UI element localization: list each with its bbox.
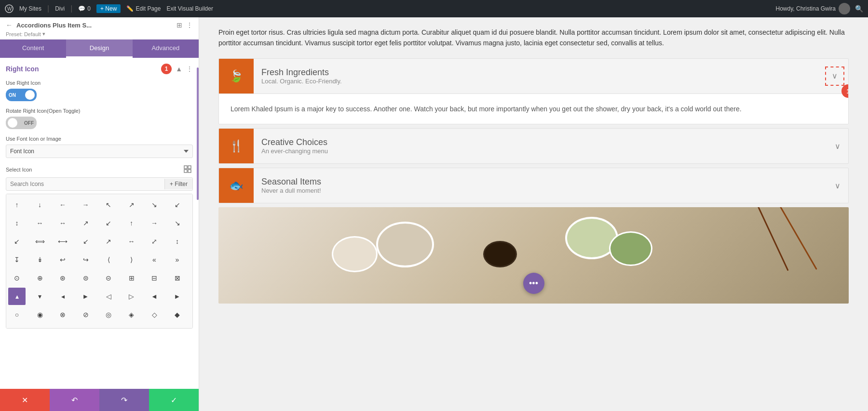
icon-cell[interactable]: ⊘ [77, 306, 95, 323]
icon-cell[interactable]: ↑ [123, 214, 140, 232]
icon-cell[interactable]: ⊙ [8, 269, 26, 287]
icon-cell[interactable]: ⟨ [100, 251, 117, 268]
icon-cell[interactable]: ⊕ [31, 269, 49, 287]
icon-cell[interactable]: ◀ [146, 324, 163, 329]
icon-cell[interactable]: ◎ [31, 324, 49, 329]
icon-cell[interactable]: ⊘ [77, 324, 95, 329]
rotate-icon-toggle[interactable]: OFF [6, 117, 37, 129]
icon-search-input[interactable] [6, 178, 164, 190]
icon-cell[interactable]: ► [123, 324, 140, 329]
icon-cell[interactable]: ↔ [31, 214, 49, 232]
icon-cell[interactable]: « [146, 251, 163, 268]
grid-icon[interactable]: ⊞ [176, 21, 182, 29]
icon-cell[interactable]: ◉ [54, 324, 71, 329]
preset-selector[interactable]: Preset: Default ▾ [6, 31, 193, 37]
icon-cell[interactable]: ↙ [8, 233, 26, 250]
icon-cell[interactable]: ◂ [54, 288, 71, 305]
accordion-subtitle-1: Local. Organic. Eco-Friendly. [261, 78, 817, 85]
icon-cell[interactable]: ↘ [169, 214, 186, 232]
icon-cell[interactable]: ▴ [8, 288, 26, 305]
icon-cell[interactable]: ▻ [8, 324, 26, 329]
floating-action-button[interactable]: ••• [523, 273, 544, 294]
icon-cell[interactable]: ← [54, 196, 71, 213]
icon-cell[interactable]: ↔ [123, 233, 140, 250]
accordion-chevron-2[interactable]: ∨ [827, 142, 848, 151]
accordion-chevron-dotted-1[interactable]: ∨ [825, 66, 844, 86]
icon-cell[interactable]: ◎ [100, 306, 117, 323]
exit-builder-link[interactable]: Exit Visual Builder [166, 5, 213, 12]
icon-cell[interactable]: ⊝ [100, 269, 117, 287]
icon-cell[interactable]: ↘ [146, 196, 163, 213]
icon-cell[interactable]: ↙ [169, 196, 186, 213]
icon-cell[interactable]: ↙ [100, 214, 117, 232]
icon-cell[interactable]: ⊜ [77, 269, 95, 287]
edit-page-link[interactable]: ✏️ Edit Page [126, 5, 161, 12]
save-button[interactable]: ✓ [149, 389, 199, 411]
panel-scrollbar[interactable] [197, 58, 199, 389]
icon-cell[interactable]: ◈ [123, 306, 140, 323]
accordion-chevron-3[interactable]: ∨ [827, 181, 848, 190]
section-chevron-icon[interactable]: ▲ [176, 65, 182, 73]
icon-cell[interactable]: ↓ [31, 196, 49, 213]
cancel-button[interactable]: ✕ [0, 389, 50, 411]
icon-cell[interactable]: ⊠ [169, 269, 186, 287]
icon-cell[interactable]: ◉ [31, 306, 49, 323]
icon-cell[interactable]: ◇ [146, 306, 163, 323]
icon-cell[interactable]: ◁ [100, 288, 117, 305]
wp-logo[interactable]: W [5, 4, 14, 13]
icon-cell[interactable]: ↑ [8, 196, 26, 213]
section-more-icon[interactable]: ⋮ [186, 65, 193, 73]
icon-cell[interactable]: ⟷ [54, 233, 71, 250]
fish-icon: 🐟 [229, 179, 244, 192]
icon-cell[interactable]: ◄ [146, 288, 163, 305]
icon-cell[interactable]: ↡ [31, 251, 49, 268]
redo-button[interactable]: ↷ [99, 389, 149, 411]
use-right-icon-toggle[interactable]: ON [6, 89, 37, 101]
icon-cell[interactable]: ↖ [100, 196, 117, 213]
icon-cell[interactable]: ► [77, 288, 95, 305]
icon-cell[interactable]: ↙ [77, 233, 95, 250]
font-icon-select[interactable]: Font Icon Image [6, 145, 193, 158]
icon-cell[interactable]: » [169, 251, 186, 268]
icon-cell[interactable]: ↪ [77, 251, 95, 268]
comments-count[interactable]: 💬 0 [78, 5, 91, 12]
icon-cell[interactable]: ○ [8, 306, 26, 323]
icon-filter-button[interactable]: + Filter [164, 179, 192, 189]
panel-header: ← Accordions Plus Item S... ⊞ ⋮ Preset: … [0, 17, 199, 40]
icon-cell[interactable]: ↔ [54, 214, 71, 232]
icon-cell[interactable]: ◌ [100, 324, 117, 329]
icon-cell[interactable]: ▷ [123, 288, 140, 305]
icon-cell[interactable]: ⊗ [54, 306, 71, 323]
icon-cell[interactable]: ⟺ [31, 233, 49, 250]
icon-cell[interactable]: ↧ [8, 251, 26, 268]
icon-cell[interactable]: → [146, 214, 163, 232]
more-options-icon[interactable]: ⋮ [186, 21, 193, 29]
icon-cell[interactable]: ⊻ [169, 324, 186, 329]
icon-cell[interactable]: ↗ [77, 214, 95, 232]
tab-advanced[interactable]: Advanced [133, 40, 199, 58]
icon-cell[interactable]: ↗ [123, 196, 140, 213]
search-icon[interactable]: 🔍 [855, 5, 863, 13]
back-icon[interactable]: ← [6, 21, 13, 29]
icon-cell[interactable]: ▾ [31, 288, 49, 305]
icon-cell[interactable]: ⊞ [123, 269, 140, 287]
icon-cell[interactable]: ↩ [54, 251, 71, 268]
icon-cell[interactable]: ↕ [8, 214, 26, 232]
icon-cell[interactable]: ► [169, 288, 186, 305]
icon-cell[interactable]: ⊟ [146, 269, 163, 287]
icon-grid: ↑↓←→↖↗↘↙↕↔↔↗↙↑→↘↙⟺⟷↙↗↔⤢↕↧↡↩↪⟨⟩«»⊙⊕⊛⊜⊝⊞⊟⊠… [6, 194, 193, 329]
icon-cell[interactable]: → [77, 196, 95, 213]
icon-cell[interactable]: ↗ [100, 233, 117, 250]
icon-cell[interactable]: ⤢ [146, 233, 163, 250]
icon-cell[interactable]: ↕ [169, 233, 186, 250]
new-button[interactable]: + New [96, 4, 121, 13]
icon-cell[interactable]: ◆ [169, 306, 186, 323]
undo-button[interactable]: ↶ [50, 389, 99, 411]
my-sites[interactable]: My Sites [19, 5, 41, 12]
icon-cell[interactable]: ⊛ [54, 269, 71, 287]
icon-cell[interactable]: ⟩ [123, 251, 140, 268]
expand-icon[interactable] [183, 165, 193, 174]
tab-content[interactable]: Content [0, 40, 66, 58]
tab-design[interactable]: Design [66, 40, 132, 58]
divi-link[interactable]: Divi [55, 5, 65, 12]
